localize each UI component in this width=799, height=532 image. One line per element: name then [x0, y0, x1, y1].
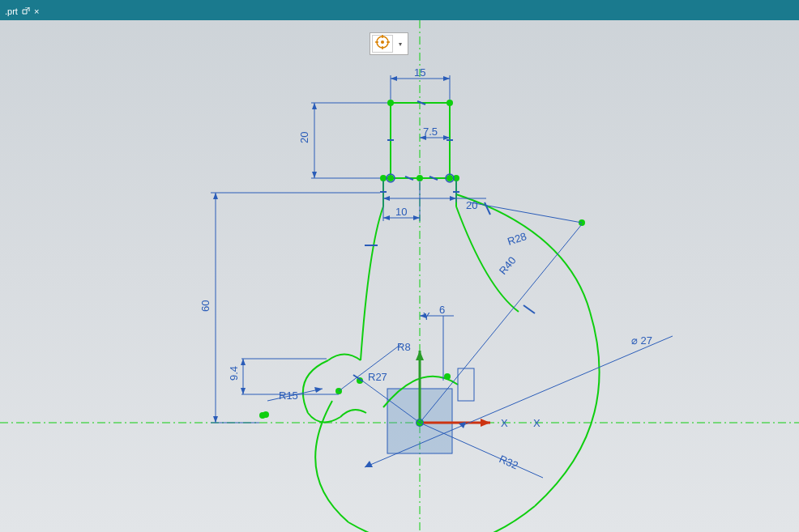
svg-line-77 — [339, 344, 401, 391]
svg-line-32 — [523, 305, 535, 313]
dim-20h: 20 — [466, 199, 477, 211]
canvas[interactable]: ▾ — [0, 20, 799, 532]
chevron-down-icon: ▾ — [399, 40, 402, 48]
dim-r15: R15 — [279, 389, 298, 402]
axis-label-x2: X — [533, 417, 540, 429]
sketch-toolbar: ▾ — [370, 32, 408, 55]
axis-label-x: X — [501, 417, 508, 429]
dim-20v: 20 — [298, 132, 310, 143]
svg-line-31 — [485, 202, 490, 215]
svg-line-75 — [470, 202, 582, 223]
dim-r32: R32 — [498, 453, 520, 471]
dim-r40: R40 — [497, 254, 519, 277]
svg-marker-65 — [213, 193, 218, 199]
svg-marker-49 — [312, 172, 317, 178]
dim-6: 6 — [439, 304, 445, 316]
svg-point-21 — [444, 373, 451, 380]
svg-marker-48 — [312, 103, 317, 109]
dim-10: 10 — [395, 206, 407, 218]
svg-marker-56 — [383, 215, 390, 220]
svg-point-18 — [417, 175, 423, 181]
external-icon — [21, 6, 31, 16]
dim-7-5: 7.5 — [423, 126, 438, 138]
svg-marker-35 — [481, 419, 490, 427]
tool-dropdown[interactable]: ▾ — [395, 40, 406, 48]
svg-marker-74 — [241, 388, 246, 394]
sketch-drawing: X X Y 15 20 7.5 10 20 — [0, 20, 799, 532]
svg-marker-66 — [213, 416, 218, 423]
dim-15: 15 — [414, 66, 425, 79]
dim-r28: R28 — [506, 230, 528, 248]
svg-marker-73 — [241, 359, 246, 365]
dim-60: 60 — [199, 300, 212, 312]
svg-marker-43 — [391, 76, 397, 81]
close-tab-icon[interactable]: × — [34, 6, 39, 16]
target-icon — [375, 35, 390, 53]
dim-dia27: ⌀ 27 — [631, 334, 652, 347]
svg-point-5 — [381, 40, 384, 44]
svg-marker-57 — [413, 215, 420, 220]
tab-filename: .prt — [5, 6, 18, 16]
svg-marker-44 — [443, 76, 450, 81]
tab-bar: .prt × — [0, 2, 799, 20]
svg-line-76 — [420, 224, 582, 423]
svg-marker-80 — [314, 387, 323, 393]
svg-marker-60 — [383, 196, 390, 201]
file-tab[interactable]: .prt × — [0, 2, 44, 20]
svg-point-13 — [446, 100, 453, 106]
dim-r27: R27 — [368, 371, 387, 383]
svg-point-14 — [380, 175, 387, 181]
dim-9-4: 9.4 — [228, 366, 240, 381]
svg-marker-61 — [450, 196, 456, 201]
svg-point-87 — [263, 411, 269, 418]
svg-marker-37 — [416, 351, 424, 360]
point-tool-button[interactable] — [372, 35, 393, 53]
svg-point-16 — [446, 175, 453, 181]
svg-point-15 — [387, 175, 394, 181]
dim-r8: R8 — [397, 341, 411, 353]
svg-point-12 — [387, 100, 394, 106]
